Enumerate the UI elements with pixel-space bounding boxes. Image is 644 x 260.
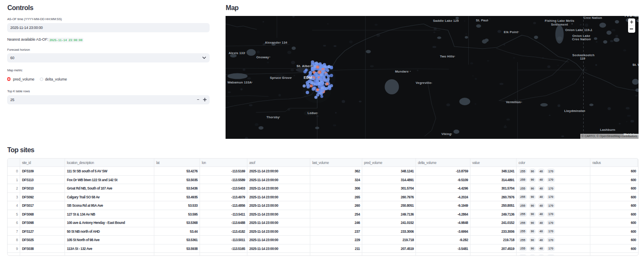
svg-text:Spruce Grove: Spruce Grove (270, 76, 291, 80)
svg-text:St. Albert: St. Albert (296, 64, 312, 68)
svg-text:Viking: Viking (441, 132, 451, 136)
svg-text:Mundare: Mundare (395, 70, 409, 73)
svg-text:St. Wal: St. Wal (632, 63, 639, 67)
svg-text:EDM: EDM (304, 75, 312, 80)
svg-text:St. Paul: St. Paul (475, 18, 488, 22)
svg-text:Cree N: Cree N (636, 19, 639, 23)
svg-text:Cree Nation: Cree Nation (583, 16, 602, 20)
svg-text:Lloydminster: Lloydminster (564, 109, 585, 113)
svg-text:First Nat: First Nat (625, 16, 639, 18)
svg-text:Onoway: Onoway (256, 55, 269, 59)
svg-text:Wabamun 133A: Wabamun 133A (227, 81, 252, 84)
svg-text:Thorsby: Thorsby (266, 115, 280, 119)
svg-text:Lashburn: Lashburn (600, 128, 615, 132)
svg-text:119: 119 (580, 57, 585, 60)
svg-text:Vermilion: Vermilion (506, 100, 521, 104)
svg-text:Saddle Lake 125: Saddle Lake 125 (433, 19, 458, 23)
svg-text:Elk Point: Elk Point (504, 30, 518, 34)
svg-text:Leduc: Leduc (307, 111, 317, 115)
svg-text:Alexis 133: Alexis 133 (229, 51, 245, 55)
svg-text:Cree Nation: Cree Nation (572, 37, 591, 41)
svg-text:Onion Lake 119-1: Onion Lake 119-1 (565, 28, 592, 32)
svg-text:Settlement: Settlement (551, 23, 568, 26)
svg-text:Two Hills: Two Hills (440, 55, 454, 58)
svg-text:Alexander 134: Alexander 134 (265, 41, 287, 44)
svg-text:Vegreville: Vegreville (415, 81, 431, 85)
